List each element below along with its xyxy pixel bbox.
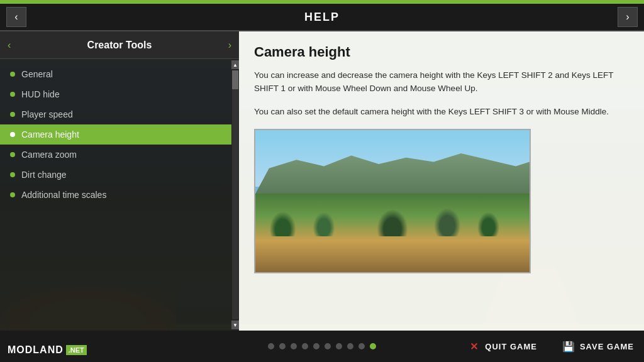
sidebar-item-hud-hide[interactable]: HUD hide: [0, 84, 231, 104]
save-game-button[interactable]: 💾 SAVE GAME: [562, 339, 634, 353]
page-dot-8[interactable]: [347, 343, 353, 349]
img-trees: [255, 201, 530, 237]
sidebar-dot-camera-height: [10, 132, 15, 137]
pagination: [268, 343, 376, 349]
sidebar-label-time-scales: Additional time scales: [21, 190, 106, 200]
footer: ◄ BACK ✕ QUIT GAME: [0, 331, 644, 362]
sidebar-item-general[interactable]: General: [0, 64, 231, 84]
sidebar-dot-hud-hide: [10, 92, 15, 97]
content-image: [254, 129, 531, 273]
sidebar-label-camera-height: Camera height: [21, 129, 79, 140]
page-dot-7[interactable]: [336, 343, 342, 349]
sidebar-dot-dirt-change: [10, 172, 15, 177]
sidebar-label-general: General: [21, 69, 53, 79]
sidebar-label-dirt-change: Dirt change: [21, 170, 67, 180]
page-dot-5[interactable]: [313, 343, 319, 349]
sidebar-label-camera-zoom: Camera zoom: [21, 150, 77, 160]
sidebar-item-time-scales[interactable]: Additional time scales: [0, 185, 231, 205]
sidebar-dot-general: [10, 72, 15, 77]
page-dot-1[interactable]: [268, 343, 274, 349]
scrollbar-down-button[interactable]: ▼: [231, 321, 239, 329]
save-label: SAVE GAME: [580, 342, 634, 351]
footer-buttons: ◄ BACK ✕ QUIT GAME: [0, 339, 644, 353]
page-dot-6[interactable]: [325, 343, 331, 349]
quit-icon: ✕: [467, 339, 481, 353]
main-overlay: ‹ HELP › ‹ Creator Tools › General: [0, 0, 644, 362]
sidebar: ‹ Creator Tools › General HUD hide: [0, 31, 239, 331]
main-content: Camera height You can increase and decre…: [239, 31, 644, 331]
quit-game-button[interactable]: ✕ QUIT GAME: [467, 339, 537, 353]
sidebar-label-hud-hide: HUD hide: [21, 89, 60, 99]
sidebar-dot-time-scales: [10, 192, 15, 197]
sidebar-title: Creator Tools: [11, 40, 228, 51]
sidebar-item-dirt-change[interactable]: Dirt change: [0, 165, 231, 185]
sidebar-dot-camera-zoom: [10, 152, 15, 157]
sidebar-header: ‹ Creator Tools ›: [0, 31, 239, 59]
content-title: Camera height: [254, 44, 629, 60]
sidebar-scrollbar: ▲ ▼: [231, 59, 239, 331]
sidebar-forward-arrow[interactable]: ›: [228, 40, 231, 51]
scrollbar-thumb[interactable]: [232, 70, 238, 89]
content-paragraph-1: You can increase and decrease the camera…: [254, 69, 629, 96]
page-dot-3[interactable]: [291, 343, 297, 349]
scrollbar-up-button[interactable]: ▲: [231, 60, 239, 69]
next-arrow[interactable]: ›: [618, 7, 638, 27]
page-dot-9[interactable]: [358, 343, 365, 349]
sidebar-items-list: General HUD hide Player speed Camera hei…: [0, 59, 231, 331]
quit-label: QUIT GAME: [485, 342, 537, 351]
sidebar-item-player-speed[interactable]: Player speed: [0, 104, 231, 124]
modland-net: .NET: [66, 345, 87, 355]
page-dot-2[interactable]: [279, 343, 286, 349]
page-dot-10[interactable]: [370, 343, 376, 349]
sidebar-label-player-speed: Player speed: [21, 109, 73, 119]
header-title: HELP: [304, 11, 340, 24]
scrollbar-track: [232, 70, 238, 319]
sidebar-item-camera-zoom[interactable]: Camera zoom: [0, 145, 231, 165]
content-paragraph-2: You can also set the default camera heig…: [254, 106, 629, 119]
modland-watermark: MODLAND.NET: [5, 343, 87, 357]
sidebar-item-camera-height[interactable]: Camera height: [0, 124, 231, 145]
modland-text: MODLAND: [5, 343, 66, 357]
page-dot-4[interactable]: [302, 343, 308, 349]
prev-arrow[interactable]: ‹: [6, 7, 26, 27]
header: ‹ HELP ›: [0, 4, 644, 31]
content-area: ‹ Creator Tools › General HUD hide: [0, 31, 644, 331]
sidebar-scroll-area: General HUD hide Player speed Camera hei…: [0, 59, 239, 331]
save-icon: 💾: [562, 339, 576, 353]
sidebar-dot-player-speed: [10, 112, 15, 117]
